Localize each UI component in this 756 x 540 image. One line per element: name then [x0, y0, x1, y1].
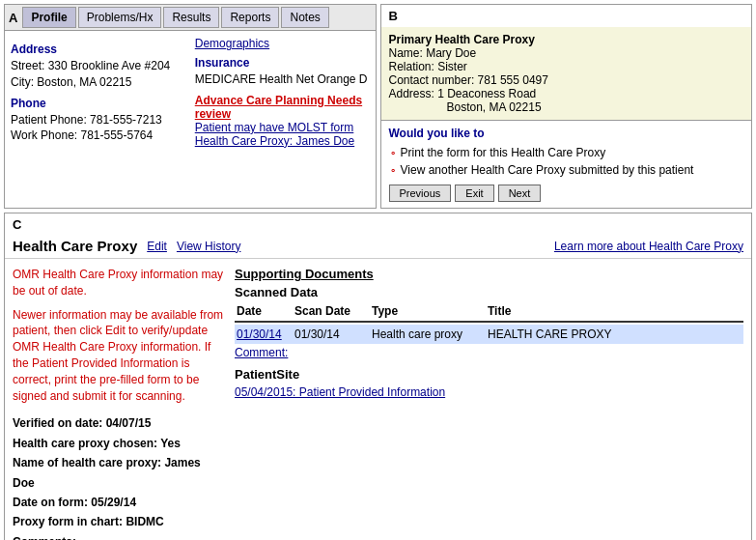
city-value: City: Boston, MA 02215: [11, 74, 185, 91]
comment-link[interactable]: Comment:: [235, 346, 288, 359]
col-header-type: Type: [370, 303, 486, 319]
date-on-form-label: Date on form:: [13, 496, 91, 509]
view-history-link[interactable]: View History: [177, 240, 240, 253]
verified-date: Verified on date: 04/07/15: [13, 413, 225, 433]
section-c-left: OMR Health Care Proxy information may be…: [13, 267, 225, 540]
street-value: Street: 330 Brookline Ave #204: [11, 58, 185, 74]
proxy-chosen-label: Health care proxy chosen:: [13, 437, 160, 450]
section-a: A Profile Problems/Hx Results Reports No…: [4, 4, 377, 209]
proxy-contact: Contact number: 781 555 0497: [389, 73, 744, 87]
date-on-form-value: 05/29/14: [91, 496, 136, 509]
table-row: 01/30/14 01/30/14 Health care proxy HEAL…: [235, 325, 743, 344]
proxy-address2: Boston, MA 02215: [389, 100, 744, 114]
row-type: Health care proxy: [370, 327, 486, 342]
edit-link[interactable]: Edit: [147, 240, 167, 253]
patient-site-link[interactable]: 05/04/2015: Patient Provided Information: [235, 385, 743, 399]
proxy-name-label: Name of health care proxy:: [13, 456, 164, 469]
section-c-label: C: [9, 215, 25, 234]
col-header-date: Date: [235, 303, 293, 319]
tab-profile[interactable]: Profile: [22, 7, 75, 28]
section-b-buttons: Previous Exit Next: [389, 185, 744, 202]
comment-row: Comment:: [235, 346, 743, 359]
warning-text-1: OMR Health Care Proxy information may be…: [13, 267, 225, 299]
bullet-1: ⚬: [389, 148, 397, 158]
molst-link[interactable]: Patient may have MOLST form: [195, 121, 370, 134]
section-b-body: Would you like to ⚬ Print the form for t…: [381, 121, 752, 208]
patient-phone-value: Patient Phone: 781-555-7213: [11, 112, 185, 128]
proxy-in-chart-value: BIDMC: [126, 515, 163, 528]
section-c-header: Health Care Proxy Edit View History Lear…: [5, 234, 751, 259]
option-print: ⚬ Print the form for this Health Care Pr…: [389, 146, 744, 159]
option-view-label: View another Health Care Proxy submitted…: [401, 163, 694, 177]
option-view: ⚬ View another Health Care Proxy submitt…: [389, 163, 744, 177]
proxy-title: Primary Health Care Proxy: [389, 33, 744, 46]
proxy-relation: Relation: Sister: [389, 60, 744, 73]
tab-problems-hx[interactable]: Problems/Hx: [78, 7, 162, 28]
proxy-name-info: Name of health care proxy: James Doe: [13, 453, 225, 493]
phone-label: Phone: [11, 97, 185, 110]
bullet-2: ⚬: [389, 165, 397, 176]
section-b: B Primary Health Care Proxy Name: Mary D…: [380, 4, 753, 209]
patient-site-title: PatientSite: [235, 367, 743, 382]
row-date[interactable]: 01/30/14: [235, 327, 293, 342]
info-text: Newer information may be available from …: [13, 307, 225, 405]
section-c-body: OMR Health Care Proxy information may be…: [5, 259, 751, 540]
proxy-chosen-value: Yes: [160, 437, 181, 450]
next-button[interactable]: Next: [498, 185, 542, 202]
date-on-form: Date on form: 05/29/14: [13, 493, 225, 512]
col-header-scan-date: Scan Date: [293, 303, 370, 319]
address-label: Address: [11, 43, 185, 56]
verified-date-label: Verified on date:: [13, 416, 106, 430]
option-print-label: Print the form for this Health Care Prox…: [401, 146, 606, 159]
exit-button[interactable]: Exit: [455, 185, 493, 202]
learn-more-link[interactable]: Learn more about Health Care Proxy: [554, 240, 743, 253]
supporting-docs-title: Supporting Documents: [235, 267, 743, 281]
previous-button[interactable]: Previous: [389, 185, 452, 202]
hcp-link[interactable]: Health Care Proxy: James Doe: [195, 134, 370, 148]
comments: Comments:: [13, 532, 225, 540]
row-scan-date: 01/30/14: [293, 327, 370, 342]
section-a-label: A: [5, 9, 21, 27]
tab-reports[interactable]: Reports: [221, 7, 279, 28]
table-header: Date Scan Date Type Title: [235, 303, 743, 323]
col-header-title: Title: [486, 303, 743, 319]
verified-date-value: 04/07/15: [106, 416, 152, 430]
scanned-data-title: Scanned Data: [235, 285, 743, 299]
section-c-right: Supporting Documents Scanned Data Date S…: [235, 267, 743, 540]
col-left: Address Street: 330 Brookline Ave #204 C…: [11, 37, 185, 148]
section-b-header: Primary Health Care Proxy Name: Mary Doe…: [381, 27, 752, 121]
insurance-value: MEDICARE Health Net Orange D: [195, 71, 370, 88]
section-c-title-area: Health Care Proxy Edit View History: [13, 238, 240, 254]
comments-label: Comments:: [13, 535, 76, 540]
row-title: HEALTH CARE PROXY: [486, 327, 743, 342]
proxy-chosen: Health care proxy chosen: Yes: [13, 434, 225, 453]
tab-results[interactable]: Results: [163, 7, 219, 28]
proxy-name: Name: Mary Doe: [389, 46, 744, 60]
tabs-bar: A Profile Problems/Hx Results Reports No…: [5, 5, 376, 31]
advance-planning-link[interactable]: Advance Care Planning Needs review: [195, 94, 370, 121]
verified-info: Verified on date: 04/07/15 Health care p…: [13, 413, 225, 540]
proxy-in-chart: Proxy form in chart: BIDMC: [13, 512, 225, 531]
col-right: Demographics Insurance MEDICARE Health N…: [195, 37, 370, 148]
proxy-in-chart-label: Proxy form in chart:: [13, 515, 126, 528]
section-b-label: B: [385, 7, 402, 25]
would-you-title: Would you like to: [389, 127, 744, 140]
work-phone-value: Work Phone: 781-555-5764: [11, 128, 185, 144]
tab-notes[interactable]: Notes: [281, 7, 328, 28]
section-c: C Health Care Proxy Edit View History Le…: [4, 213, 752, 540]
proxy-address1: Address: 1 Deaconess Road: [389, 87, 744, 100]
section-c-title: Health Care Proxy: [13, 238, 137, 254]
demographics-link[interactable]: Demographics: [195, 37, 370, 50]
section-a-body: Address Street: 330 Brookline Ave #204 C…: [5, 31, 376, 154]
insurance-label: Insurance: [195, 56, 370, 70]
